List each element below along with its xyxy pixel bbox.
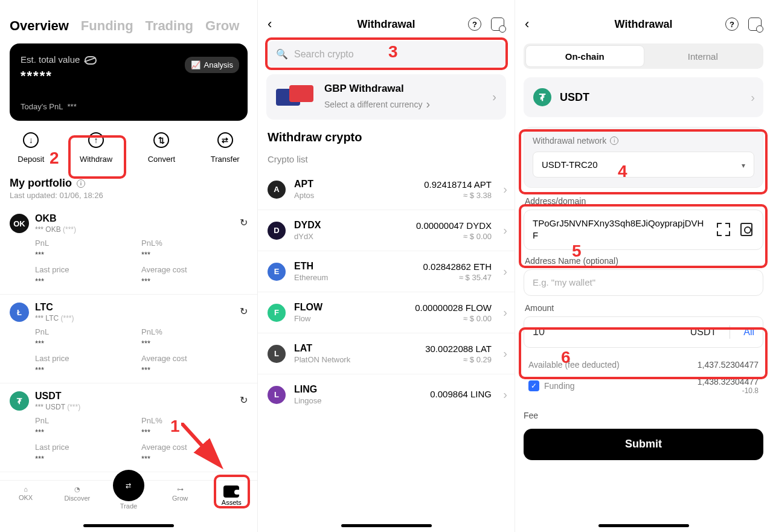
address-name-label: Address Name (optional): [525, 256, 762, 266]
crypto-item[interactable]: E ETHEthereum 0.02842862 ETH≈ $ 35.47: [258, 251, 515, 292]
refresh-icon[interactable]: ↻: [240, 394, 248, 406]
seg-internal[interactable]: Internal: [644, 45, 762, 67]
chevron-right-icon: [426, 97, 430, 111]
tab-grow[interactable]: Grow: [205, 18, 239, 34]
home-indicator: [341, 524, 432, 527]
crypto-item[interactable]: L LINGLingose 0.009864 LING: [258, 374, 515, 415]
fiat-subtitle[interactable]: Select a different currency: [324, 97, 430, 111]
action-transfer[interactable]: Transfer: [211, 129, 240, 164]
coin-icon: D: [268, 222, 286, 240]
coin-amount: 0.00000047 DYDX: [416, 220, 492, 231]
analysis-button[interactable]: 📈 Analysis: [185, 57, 239, 73]
seg-onchain[interactable]: On-chain: [525, 45, 644, 67]
action-convert[interactable]: Convert: [148, 129, 176, 164]
svg-line-0: [181, 423, 216, 461]
deposit-icon: [20, 129, 42, 151]
refresh-icon[interactable]: ↻: [240, 217, 248, 228]
balance-box: Available (fee deducted) 1,437.52304477 …: [524, 354, 763, 401]
chevron-down-icon: [742, 159, 745, 170]
tab-funding[interactable]: Funding: [81, 18, 133, 34]
quick-actions: Deposit Withdraw Convert Transfer: [0, 121, 257, 173]
tabbar-okx[interactable]: ⌂ OKX: [7, 486, 45, 501]
tabbar-assets-label: Assets: [222, 499, 242, 506]
available-label: Available (fee deducted): [528, 360, 620, 370]
chevron-right-icon: [503, 182, 507, 196]
chevron-right-icon: [503, 223, 507, 237]
coin-amount: 30.0022088 LAT: [425, 344, 492, 354]
anno-arrow-1: [181, 423, 223, 471]
discover-icon: ◔: [74, 486, 80, 493]
crypto-item[interactable]: D DYDXdYdX 0.00000047 DYDX≈ $ 0.00: [258, 210, 515, 251]
withdraw-crypto-title: Withdraw crypto: [258, 130, 515, 144]
coin-fiat: ≈ $ 3.38: [424, 191, 492, 200]
coin-fiat: ≈ $ 0.00: [416, 232, 492, 241]
scan-qr-button[interactable]: [716, 222, 731, 237]
portfolio-item[interactable]: OK OKB *** OKB (***) ↻ PnLPnL% ****** La…: [0, 206, 257, 295]
search-input[interactable]: [294, 49, 496, 60]
coin-symbol: ETH: [294, 261, 328, 272]
header: ‹ Withdrawal ?: [258, 8, 515, 40]
help-button[interactable]: ?: [467, 17, 482, 31]
transfer-label: Transfer: [211, 155, 240, 164]
tab-trading[interactable]: Trading: [146, 18, 193, 34]
amount-all-button[interactable]: All: [743, 327, 754, 338]
network-panel: Withdrawal network i USDT-TRC20: [524, 127, 763, 188]
segmented-control: On-chain Internal: [524, 43, 763, 69]
header: ‹ Withdrawal ?: [515, 8, 772, 40]
fiat-title: GBP Withdrawal: [324, 83, 430, 95]
wallet-icon: [223, 486, 239, 498]
search-crypto[interactable]: 🔍: [266, 41, 506, 67]
network-select[interactable]: USDT-TRC20: [533, 152, 754, 178]
info-icon[interactable]: i: [610, 136, 618, 145]
coin-icon: L: [268, 386, 286, 404]
coin-fiat: ≈ $ 35.47: [423, 273, 492, 282]
funding-delta: -10.8: [698, 386, 759, 395]
fiat-withdrawal-banner[interactable]: GBP Withdrawal Select a different curren…: [266, 74, 506, 120]
grow-icon: ⊶: [177, 486, 184, 493]
crypto-item[interactable]: A APTAptos 0.92418714 APT≈ $ 3.38: [258, 169, 515, 210]
coin-name: dYdX: [294, 232, 321, 241]
address-input[interactable]: TPoGrJ5NVNFXny3Sqh8EJiQoyprapjDVHF: [533, 217, 708, 242]
history-button[interactable]: [748, 17, 762, 31]
tabbar-discover[interactable]: ◔ Discover: [58, 486, 97, 502]
coin-amount: 0.00000028 FLOW: [415, 303, 492, 313]
chevron-right-icon: [503, 347, 507, 361]
address-name-input[interactable]: [533, 277, 754, 287]
action-withdraw[interactable]: Withdraw: [80, 129, 112, 164]
back-button[interactable]: ‹: [268, 16, 272, 32]
portfolio-title-text: My portfolio: [10, 177, 72, 190]
crypto-item[interactable]: F FLOWFlow 0.00000028 FLOW≈ $ 0.00: [258, 292, 515, 333]
coin-fiat: ≈ $ 0.00: [415, 314, 492, 323]
est-total-text: Est. total value: [21, 54, 80, 65]
eye-hidden-icon[interactable]: [85, 56, 95, 64]
back-button[interactable]: ‹: [525, 16, 529, 32]
tabbar-grow[interactable]: ⊶ Grow: [161, 486, 199, 502]
address-book-button[interactable]: [739, 222, 754, 237]
info-icon[interactable]: i: [77, 179, 85, 188]
action-deposit[interactable]: Deposit: [18, 129, 44, 164]
submit-button[interactable]: Submit: [524, 429, 763, 460]
tabbar-assets[interactable]: Assets: [212, 486, 251, 506]
coin-icon: E: [268, 263, 286, 281]
tabbar-trade[interactable]: ⇄ Trade: [109, 486, 148, 510]
history-button[interactable]: [490, 17, 505, 31]
coin-fiat: ≈ $ 0.29: [425, 355, 492, 364]
amount-input[interactable]: [533, 325, 684, 338]
portfolio-item[interactable]: Ł LTC *** LTC (***) ↻ PnLPnL% ****** Las…: [0, 295, 257, 383]
refresh-icon[interactable]: ↻: [240, 306, 248, 317]
token-selector[interactable]: ₮ USDT: [524, 77, 763, 117]
crypto-item[interactable]: L LATPlatON Network 30.0022088 LAT≈ $ 0.…: [258, 333, 515, 374]
tab-overview[interactable]: Overview: [10, 18, 69, 34]
funding-checkbox-row[interactable]: ✓ Funding: [528, 380, 575, 391]
coin-icon: OK: [10, 214, 29, 233]
trade-icon: ⇄: [113, 470, 144, 501]
address-name-field[interactable]: [524, 269, 763, 296]
coin-icon: A: [268, 181, 286, 199]
help-button[interactable]: ?: [725, 17, 739, 31]
coin-subline: *** USDT (***): [35, 403, 80, 411]
tabbar-grow-label: Grow: [172, 495, 188, 502]
address-label: Address/domain: [525, 196, 762, 206]
portfolio-title: My portfolio i: [0, 173, 257, 190]
cards-icon: [276, 85, 315, 109]
coin-symbol: USDT: [35, 391, 80, 402]
